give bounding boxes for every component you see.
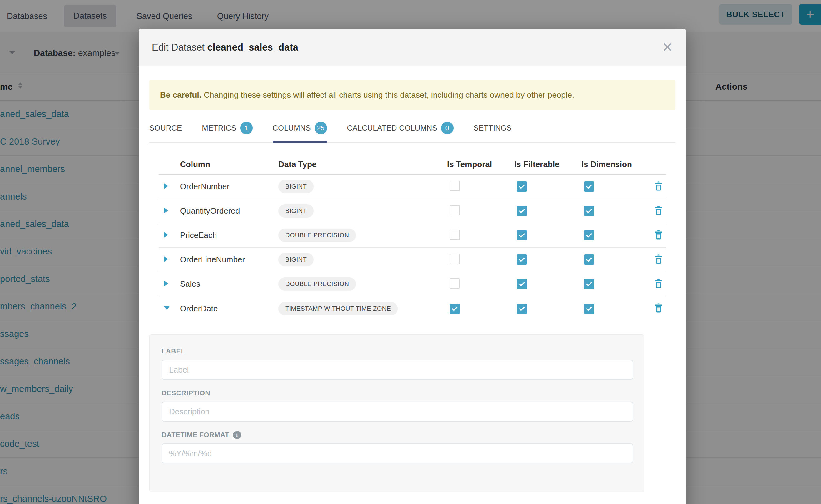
data-type-pill: BIGINT — [278, 204, 314, 218]
column-row: PriceEach DOUBLE PRECISION — [159, 223, 666, 248]
is-dimension-checkbox[interactable] — [584, 181, 594, 192]
columns-table: ColumnData TypeIs TemporalIs FilterableI… — [159, 155, 666, 321]
is-filterable-checkbox[interactable] — [517, 230, 527, 240]
is-temporal-checkbox[interactable] — [450, 205, 460, 215]
is-filterable-checkbox[interactable] — [517, 206, 527, 216]
warning-bold-text: Be careful. — [160, 90, 201, 100]
modal-title-dataset-name: cleaned_sales_data — [207, 42, 298, 53]
expand-caret-icon[interactable] — [164, 183, 168, 189]
tab-metrics[interactable]: METRICS1 — [202, 119, 252, 142]
delete-column-icon[interactable] — [655, 303, 663, 313]
delete-column-icon[interactable] — [655, 279, 663, 288]
tab-count-badge: 25 — [314, 122, 327, 134]
delete-column-icon[interactable] — [655, 181, 663, 191]
modal-tabs: SOURCEMETRICS1COLUMNS25CALCULATED COLUMN… — [149, 119, 675, 143]
is-filterable-checkbox[interactable] — [517, 279, 527, 289]
temporal-cell — [447, 230, 514, 241]
description-field-label: DESCRIPTION — [161, 389, 633, 397]
is-filterable-checkbox[interactable] — [517, 254, 527, 265]
tab-count-badge: 1 — [240, 122, 253, 134]
filterable-cell — [514, 304, 581, 314]
label-input[interactable] — [161, 360, 633, 380]
dimension-cell — [581, 304, 651, 314]
delete-cell — [651, 254, 665, 265]
expand-caret-icon[interactable] — [164, 232, 168, 238]
dimension-cell — [581, 279, 651, 289]
caret-cell — [159, 207, 180, 215]
tab-count-badge: 0 — [441, 122, 454, 134]
description-input[interactable] — [161, 402, 633, 422]
dimension-cell — [581, 206, 651, 216]
datetime-format-input[interactable] — [161, 443, 633, 463]
data-type-pill: BIGINT — [278, 180, 314, 193]
column-name: OrderLineNumber — [180, 255, 278, 264]
column-name: OrderNumber — [180, 182, 278, 191]
tab-columns[interactable]: COLUMNS25 — [273, 119, 327, 142]
column-name: PriceEach — [180, 230, 278, 240]
tab-label: SETTINGS — [474, 124, 512, 132]
delete-column-icon[interactable] — [655, 254, 663, 264]
column-row: OrderDate TIMESTAMP WITHOUT TIME ZONE — [159, 296, 666, 321]
modal-title-prefix: Edit Dataset — [152, 42, 207, 53]
delete-cell — [651, 181, 665, 192]
tab-settings[interactable]: SETTINGS — [474, 119, 512, 142]
is-dimension-checkbox[interactable] — [584, 254, 594, 265]
is-temporal-checkbox[interactable] — [450, 230, 460, 240]
column-row: Sales DOUBLE PRECISION — [159, 272, 666, 296]
data-type-pill: TIMESTAMP WITHOUT TIME ZONE — [278, 302, 398, 315]
delete-column-icon[interactable] — [655, 206, 663, 215]
column-name: Sales — [180, 279, 278, 289]
caret-cell — [159, 280, 180, 288]
delete-cell — [651, 279, 665, 289]
tab-calculated-columns[interactable]: CALCULATED COLUMNS0 — [347, 119, 454, 142]
is-dimension-checkbox[interactable] — [584, 279, 594, 289]
filterable-cell — [514, 279, 581, 289]
type-cell: BIGINT — [278, 204, 447, 218]
expand-caret-icon[interactable] — [164, 306, 170, 310]
is-filterable-checkbox[interactable] — [517, 304, 527, 314]
caret-cell — [159, 183, 180, 190]
columns-table-header: ColumnData TypeIs TemporalIs FilterableI… — [159, 155, 666, 175]
temporal-cell — [447, 181, 514, 192]
delete-column-icon[interactable] — [655, 230, 663, 240]
warning-text: Changing these settings will affect all … — [201, 90, 574, 100]
is-temporal-checkbox[interactable] — [450, 304, 460, 314]
modal-body: Be careful. Changing these settings will… — [139, 66, 686, 504]
is-temporal-checkbox[interactable] — [450, 254, 460, 264]
edit-dataset-modal: Edit Dataset cleaned_sales_data ✕ Be car… — [139, 29, 686, 504]
columns-table-body: OrderNumber BIGINT QuantityOrdered BIGIN… — [159, 175, 666, 321]
modal-title: Edit Dataset cleaned_sales_data — [152, 42, 298, 53]
filterable-cell — [514, 181, 581, 192]
filterable-cell — [514, 254, 581, 265]
tab-source[interactable]: SOURCE — [149, 119, 182, 142]
temporal-cell — [447, 278, 514, 290]
column-row: OrderNumber BIGINT — [159, 175, 666, 199]
is-filterable-checkbox[interactable] — [517, 181, 527, 192]
tab-label: SOURCE — [149, 124, 182, 132]
expand-caret-icon[interactable] — [164, 280, 168, 287]
header-is-temporal: Is Temporal — [447, 160, 514, 169]
column-name: QuantityOrdered — [180, 206, 278, 216]
is-dimension-checkbox[interactable] — [584, 304, 594, 314]
caret-cell — [159, 306, 180, 311]
delete-cell — [651, 206, 665, 216]
tab-label: COLUMNS — [273, 124, 311, 132]
tab-label: CALCULATED COLUMNS — [347, 124, 438, 132]
modal-header: Edit Dataset cleaned_sales_data ✕ — [139, 29, 686, 66]
caret-cell — [159, 256, 180, 264]
type-cell: BIGINT — [278, 180, 447, 193]
info-icon[interactable]: i — [233, 431, 241, 439]
type-cell: DOUBLE PRECISION — [278, 277, 447, 291]
is-dimension-checkbox[interactable] — [584, 206, 594, 216]
is-temporal-checkbox[interactable] — [450, 181, 460, 191]
expand-caret-icon[interactable] — [164, 207, 168, 214]
close-icon[interactable]: ✕ — [662, 41, 673, 54]
header-data-type: Data Type — [278, 160, 447, 169]
dimension-cell — [581, 254, 651, 265]
filterable-cell — [514, 206, 581, 216]
data-type-pill: DOUBLE PRECISION — [278, 277, 356, 291]
is-temporal-checkbox[interactable] — [450, 278, 460, 289]
label-field-label: LABEL — [161, 347, 633, 355]
expand-caret-icon[interactable] — [164, 256, 168, 262]
is-dimension-checkbox[interactable] — [584, 230, 594, 240]
